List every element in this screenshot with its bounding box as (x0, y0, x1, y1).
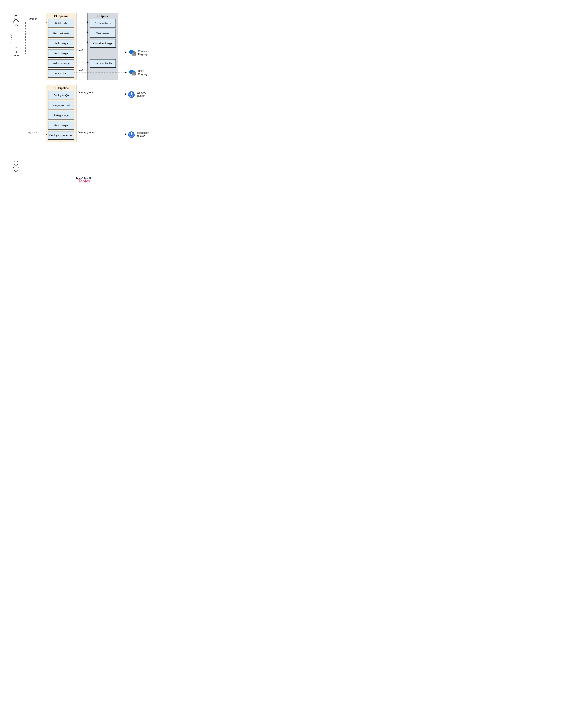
arrows-overlay (0, 0, 168, 173)
topics-text: Topics (76, 178, 92, 184)
scaler-topics-logo: SCALER Topics (76, 176, 92, 184)
